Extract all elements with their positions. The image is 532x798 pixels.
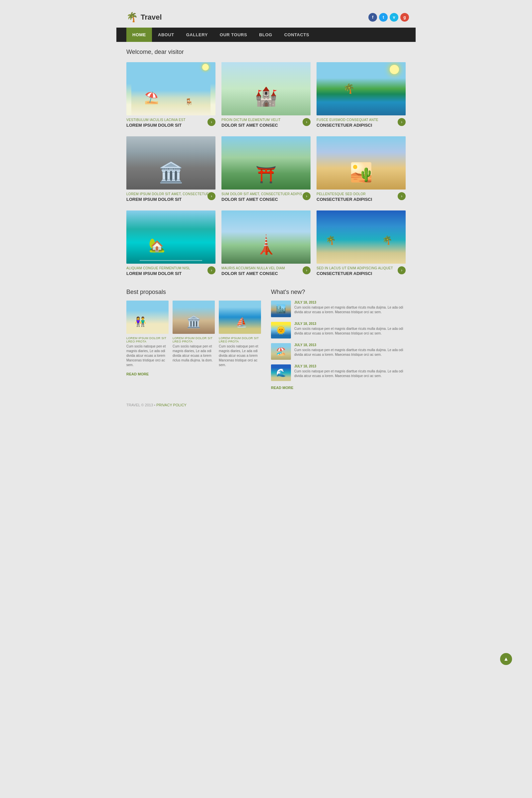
nav-link-about[interactable]: ABOUT	[152, 27, 180, 42]
whats-new: What's new? 🏙️ JULY 18, 2013 Cum sociis …	[271, 289, 406, 390]
tour-image-9: 🌴 🌴	[317, 210, 406, 264]
tour-image-2: 🏰	[222, 62, 310, 115]
nav-item-contacts[interactable]: CONTACTS	[278, 27, 315, 42]
logo-text: Travel	[141, 13, 162, 22]
nav-link-gallery[interactable]: GALLERY	[180, 27, 214, 42]
nav-item-home[interactable]: HOME	[126, 27, 152, 42]
proposal-image-3: ⛵	[219, 301, 261, 334]
twitter-icon[interactable]: t	[379, 13, 388, 22]
news-image-2: 🌞	[271, 322, 291, 339]
proposal-text-3: Cum sociis natoque pen et magnis diaries…	[219, 344, 261, 367]
tour-arrow-8[interactable]: ›	[303, 266, 310, 274]
tour-image-4: 🏛️	[126, 136, 215, 190]
tour-card-3: 🌴 FUSCE EUISMOD CONSEQUAT ANTE CONSECTET…	[317, 62, 406, 130]
header: 🌴 Travel f t v g	[116, 7, 416, 27]
tour-title-4: LOREM IPSUM DOLOR SIT	[126, 197, 215, 202]
tour-subtitle-4: LOREM IPSUM DOLOR SIT AMET, CONSECTETUER	[126, 192, 215, 196]
proposal-subtitle-1: LOREM IPSUM DOLOR SIT LREO PROTA	[126, 337, 169, 343]
main-content: Welcome, dear visitor ⛱️ 🪑 VESTIBULUM IA…	[116, 42, 416, 396]
tour-title-2: DOLOR SIT AMET CONSEC	[222, 123, 310, 128]
tour-grid: ⛱️ 🪑 VESTIBULUM IACULIS LACINIA EST LORE…	[126, 62, 406, 279]
tour-arrow-5[interactable]: ›	[303, 192, 310, 200]
tour-arrow-6[interactable]: ›	[398, 192, 406, 200]
news-item-3: 🏖️ JULY 18, 2013 Cum sociis natoque pen …	[271, 343, 406, 360]
news-image-1: 🏙️	[271, 301, 291, 317]
tour-title-5: DOLOR SIT AMET CONSEC	[222, 197, 310, 202]
proposal-card-1: 👫 LOREM IPSUM DOLOR SIT LREO PROTA Cum s…	[126, 301, 169, 369]
footer-sep: •	[154, 403, 155, 407]
tour-title-6: CONSECTETUER ADIPISCI	[317, 197, 406, 202]
tour-title-8: DOLOR SIT AMET CONSEC	[222, 271, 310, 276]
proposals-read-more[interactable]: READ MORE	[126, 372, 261, 376]
whats-new-title: What's new?	[271, 289, 406, 296]
tour-arrow-7[interactable]: ›	[208, 266, 215, 274]
tour-subtitle-6: PELLENTESQUE SED DOLOR	[317, 192, 406, 196]
proposal-text-2: Cum sociis natoque pen et magnis diaries…	[173, 344, 215, 363]
vimeo-icon[interactable]: v	[390, 13, 398, 22]
tour-arrow-9[interactable]: ›	[398, 266, 406, 274]
logo-icon: 🌴	[126, 12, 138, 23]
social-icons: f t v g	[368, 13, 409, 22]
tour-arrow-1[interactable]: ›	[208, 118, 215, 126]
tour-subtitle-2: PROIN DICTUM ELEMENTUM VELIT	[222, 118, 310, 122]
proposal-card-2: 🏛️ LOREM IPSUM DOLOR SIT LREO PROTA Cum …	[173, 301, 215, 369]
proposal-subtitle-3: LOREM IPSUM DOLOR SIT LREO PROTA	[219, 337, 261, 343]
nav-item-blog[interactable]: BLOG	[253, 27, 278, 42]
tour-image-5: ⛩️	[222, 136, 310, 190]
nav-link-contacts[interactable]: CONTACTS	[278, 27, 315, 42]
googleplus-icon[interactable]: g	[400, 13, 409, 22]
tour-image-6: 🏜️	[317, 136, 406, 190]
tour-card-6: 🏜️ PELLENTESQUE SED DOLOR CONSECTETUER A…	[317, 136, 406, 205]
nav-link-tours[interactable]: OUR TOURS	[214, 27, 253, 42]
tour-arrow-2[interactable]: ›	[303, 118, 310, 126]
best-proposals: Best proposals 👫 LOREM IPSUM DOLOR SIT L…	[126, 289, 261, 390]
tour-card-1: ⛱️ 🪑 VESTIBULUM IACULIS LACINIA EST LORE…	[126, 62, 215, 130]
news-content-1: JULY 18, 2013 Cum sociis natoque pen et …	[294, 301, 406, 317]
nav-link-blog[interactable]: BLOG	[253, 27, 278, 42]
proposal-card-3: ⛵ LOREM IPSUM DOLOR SIT LREO PROTA Cum s…	[219, 301, 261, 369]
tour-card-4: 🏛️ LOREM IPSUM DOLOR SIT AMET, CONSECTET…	[126, 136, 215, 205]
tour-subtitle-9: SED IN LACUS UT ENIM ADIPISCING ALIQUET	[317, 266, 406, 270]
nav-item-about[interactable]: ABOUT	[152, 27, 180, 42]
tour-image-7: 🏡	[126, 210, 215, 264]
news-text-2: Cum sociis natoque pen et magnis diarttu…	[294, 326, 406, 336]
whats-new-read-more[interactable]: READ MORE	[271, 386, 406, 390]
news-date-1: JULY 18, 2013	[294, 301, 406, 304]
nav-item-gallery[interactable]: GALLERY	[180, 27, 214, 42]
tour-arrow-3[interactable]: ›	[398, 118, 406, 126]
news-content-4: JULY 18, 2013 Cum sociis natoque pen et …	[294, 364, 406, 381]
footer-copy: TRAVEL © 2013	[126, 403, 153, 407]
tour-subtitle-8: MAURIS ACCUMSAN NULLA VEL DIAM	[222, 266, 310, 270]
proposal-image-2: 🏛️	[173, 301, 215, 334]
facebook-icon[interactable]: f	[368, 13, 377, 22]
nav-list: HOME ABOUT GALLERY OUR TOURS BLOG CONTAC…	[126, 27, 406, 42]
news-text-3: Cum sociis natoque pen et magnis diarttu…	[294, 348, 406, 357]
privacy-policy-link[interactable]: PRIVACY POLICY	[156, 403, 187, 407]
news-item-4: 🌊 JULY 18, 2013 Cum sociis natoque pen e…	[271, 364, 406, 381]
tour-card-8: 🗼 MAURIS ACCUMSAN NULLA VEL DIAM DOLOR S…	[222, 210, 310, 279]
tour-card-2: 🏰 PROIN DICTUM ELEMENTUM VELIT DOLOR SIT…	[222, 62, 310, 130]
proposals-grid: 👫 LOREM IPSUM DOLOR SIT LREO PROTA Cum s…	[126, 301, 261, 369]
nav-item-tours[interactable]: OUR TOURS	[214, 27, 253, 42]
tour-image-8: 🗼	[222, 210, 310, 264]
news-date-3: JULY 18, 2013	[294, 343, 406, 347]
tour-image-3: 🌴	[317, 62, 406, 115]
navigation: HOME ABOUT GALLERY OUR TOURS BLOG CONTAC…	[116, 27, 416, 42]
news-content-2: JULY 18, 2013 Cum sociis natoque pen et …	[294, 322, 406, 339]
proposal-subtitle-2: LOREM IPSUM DOLOR SIT LREO PROTA	[173, 337, 215, 343]
tour-arrow-4[interactable]: ›	[208, 192, 215, 200]
bottom-section: Best proposals 👫 LOREM IPSUM DOLOR SIT L…	[126, 289, 406, 390]
nav-link-home[interactable]: HOME	[126, 27, 152, 42]
tour-card-9: 🌴 🌴 SED IN LACUS UT ENIM ADIPISCING ALIQ…	[317, 210, 406, 279]
tour-card-7: 🏡 ALIQUAM CONGUE FERMENTUM NISL LOREM IP…	[126, 210, 215, 279]
welcome-heading: Welcome, dear visitor	[126, 49, 406, 56]
tour-subtitle-5: SUM DOLOR SIT AMET, CONSECTETUER ADIPIS	[222, 192, 310, 196]
tour-title-7: LOREM IPSUM DOLOR SIT	[126, 271, 215, 276]
news-date-2: JULY 18, 2013	[294, 322, 406, 325]
news-text-4: Cum sociis natoque pen et magnis diarttu…	[294, 369, 406, 378]
logo: 🌴 Travel	[126, 12, 162, 23]
news-item-1: 🏙️ JULY 18, 2013 Cum sociis natoque pen …	[271, 301, 406, 317]
news-image-4: 🌊	[271, 364, 291, 381]
tour-title-3: CONSECTETUER ADIPISCI	[317, 123, 406, 128]
tour-card-5: ⛩️ SUM DOLOR SIT AMET, CONSECTETUER ADIP…	[222, 136, 310, 205]
